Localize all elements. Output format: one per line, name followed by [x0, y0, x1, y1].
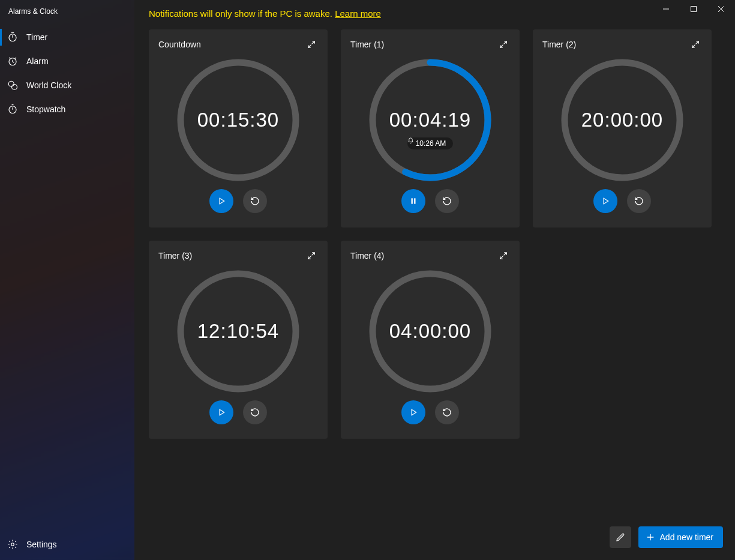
timer-name: Countdown [158, 40, 201, 49]
svg-rect-6 [691, 7, 697, 12]
timer-name: Timer (3) [158, 251, 192, 260]
timer-card: Timer (3)12:10:54 [149, 241, 328, 439]
timer-end-time-badge: 10:26 AM [407, 137, 454, 149]
timer-ring: 12:10:54 [176, 269, 300, 393]
add-timer-label: Add new timer [660, 532, 713, 542]
notification-bar: Notifications will only show if the PC i… [134, 0, 735, 25]
worldclock-icon [7, 80, 18, 91]
notification-link[interactable]: Learn more [335, 8, 381, 19]
play-button[interactable] [209, 400, 233, 424]
minimize-button[interactable] [652, 0, 680, 18]
reset-button[interactable] [435, 400, 459, 424]
edit-timers-button[interactable] [610, 526, 631, 548]
timer-card: Timer (2)20:00:00 [533, 29, 712, 227]
sidebar-item-stopwatch[interactable]: Stopwatch [0, 97, 134, 121]
sidebar-item-settings[interactable]: Settings [0, 532, 134, 556]
expand-button[interactable] [689, 38, 702, 51]
notification-text: Notifications will only show if the PC i… [149, 8, 335, 19]
pause-button[interactable] [401, 189, 425, 213]
svg-rect-10 [412, 198, 413, 203]
sidebar-item-label: Stopwatch [26, 104, 65, 114]
reset-button[interactable] [627, 189, 651, 213]
main-panel: Notifications will only show if the PC i… [134, 0, 735, 560]
svg-point-14 [373, 274, 488, 389]
timer-end-time: 10:26 AM [416, 139, 446, 148]
timer-card: Timer (1)00:04:1910:26 AM [341, 29, 520, 227]
timer-name: Timer (2) [542, 40, 576, 49]
expand-button[interactable] [305, 38, 318, 51]
sidebar-item-worldclock[interactable]: World Clock [0, 73, 134, 97]
timer-ring: 04:00:00 [368, 269, 492, 393]
alarm-icon [7, 56, 18, 67]
sidebar-item-timer[interactable]: Timer [0, 25, 134, 49]
timer-grid: Countdown00:15:30Timer (1)00:04:1910:26 … [134, 25, 735, 444]
svg-point-3 [12, 85, 17, 90]
reset-button[interactable] [435, 189, 459, 213]
stopwatch-icon [7, 104, 18, 115]
sidebar-item-label: Alarm [26, 56, 49, 66]
reset-button[interactable] [243, 400, 267, 424]
svg-rect-11 [414, 198, 415, 203]
sidebar-item-label: Timer [26, 32, 47, 42]
timer-name: Timer (1) [350, 40, 384, 49]
expand-button[interactable] [305, 249, 318, 262]
play-button[interactable] [209, 189, 233, 213]
svg-point-7 [181, 62, 296, 178]
timer-name: Timer (4) [350, 251, 384, 260]
timer-ring: 00:04:1910:26 AM [368, 58, 492, 182]
sidebar-item-label: Settings [26, 540, 57, 549]
reset-button[interactable] [243, 189, 267, 213]
expand-button[interactable] [497, 249, 510, 262]
svg-point-12 [565, 62, 680, 178]
add-timer-button[interactable]: Add new timer [638, 526, 723, 548]
play-button[interactable] [401, 400, 425, 424]
bottom-bar: Add new timer [610, 526, 723, 548]
timer-card: Countdown00:15:30 [149, 29, 328, 227]
sidebar-item-alarm[interactable]: Alarm [0, 49, 134, 73]
timer-card: Timer (4)04:00:00 [341, 241, 520, 439]
svg-point-2 [8, 81, 14, 86]
app-title: Alarms & Clock [0, 2, 134, 25]
gear-icon [7, 539, 18, 550]
svg-point-5 [11, 543, 14, 546]
play-button[interactable] [593, 189, 617, 213]
window-controls [652, 0, 735, 18]
sidebar-item-label: World Clock [26, 80, 71, 90]
close-button[interactable] [707, 0, 735, 18]
nav-list: Timer Alarm World Clock [0, 25, 134, 121]
timer-ring: 00:15:30 [176, 58, 300, 182]
timer-ring: 20:00:00 [560, 58, 684, 182]
svg-point-13 [181, 274, 296, 389]
timer-icon [7, 32, 18, 43]
expand-button[interactable] [497, 38, 510, 51]
maximize-button[interactable] [680, 0, 707, 18]
sidebar: Alarms & Clock Timer Alarm [0, 0, 134, 560]
